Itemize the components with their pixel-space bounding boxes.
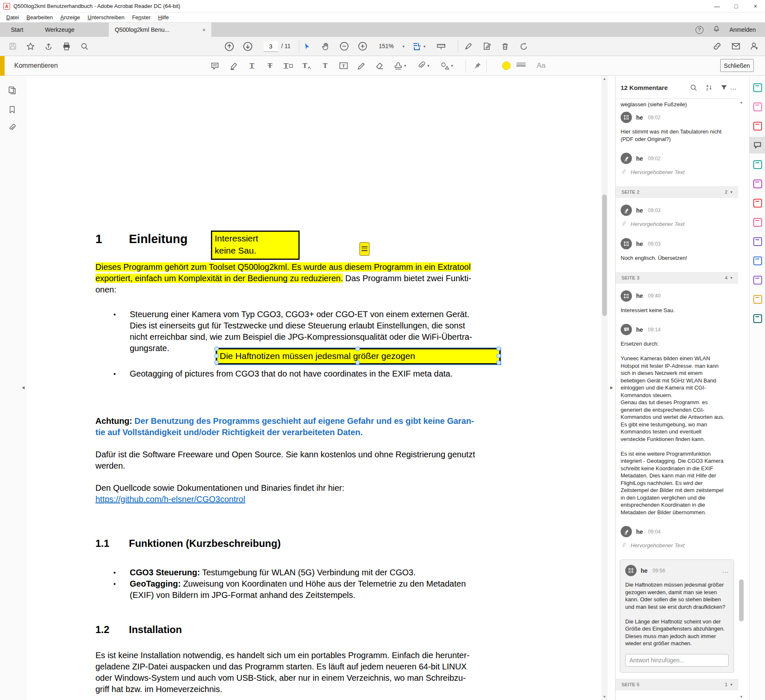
insert-text-icon[interactable]: T [300,59,314,73]
menu-unterschreiben[interactable]: Unterschreiben [84,13,128,21]
menu-datei[interactable]: Datei [3,13,23,21]
attach-file-icon[interactable]: ▾ [416,59,430,73]
selection-handle[interactable] [496,354,501,358]
undo-icon[interactable] [517,40,530,53]
selection-handle[interactable] [355,360,360,365]
tab-start[interactable]: Start [0,23,34,37]
options-ellipsis-icon[interactable]: … [729,83,737,92]
text-style-icon[interactable]: Aa [534,59,548,73]
underline-text-icon[interactable]: T [245,59,259,73]
zoom-level-label[interactable]: 151% [379,43,394,49]
protect-tool[interactable] [750,233,765,250]
sticky-note-annotation-icon[interactable] [359,242,370,256]
fill-sign-tool[interactable] [750,214,765,231]
bookmarks-icon[interactable] [7,104,18,115]
delete-trash-icon[interactable] [498,40,512,53]
scroll-up-icon[interactable]: ▲ [601,76,608,82]
selection-handle[interactable] [496,346,501,351]
close-comment-button[interactable]: Schließen [720,59,754,72]
drawing-shapes-icon[interactable]: ▾ [439,59,454,73]
compress-pdf-tool[interactable] [750,195,765,211]
doc-link[interactable]: https://github.com/h-elsner/CGO3control [95,495,245,504]
page-section-header[interactable]: SEITE 22▾ [616,186,738,198]
draw-pencil-icon[interactable] [354,59,368,73]
create-pdf-tool[interactable] [750,118,765,134]
strikethrough-text-icon[interactable]: T [263,59,277,73]
bell-icon[interactable] [713,25,720,34]
search-comments-icon[interactable] [689,83,698,92]
erase-icon[interactable] [372,59,387,73]
page-section-header[interactable]: SEITE 34▾ [616,272,738,284]
page-thumbnails-icon[interactable] [7,85,18,96]
print-icon[interactable] [60,40,73,53]
combine-files-tool[interactable] [750,156,765,173]
request-signatures-tool[interactable] [750,272,765,288]
edit-pdf-tool[interactable] [750,98,765,115]
link-share-icon[interactable] [710,40,724,53]
save-icon[interactable] [6,40,19,53]
sort-az-icon[interactable]: AZ [704,83,714,92]
selection-handle[interactable] [214,360,219,365]
sticky-note-icon[interactable] [208,59,222,73]
tab-close-icon[interactable]: × [203,27,206,33]
chevron-down-icon[interactable]: ▾ [730,190,732,194]
selection-handle[interactable] [355,346,360,351]
tab-document[interactable]: Q500log2kml Benu... × [109,23,211,37]
sign-in-link[interactable]: Anmelden [729,26,756,33]
stamp-tool[interactable] [750,291,765,308]
ruler-measure-icon[interactable] [434,40,448,53]
comments-scroll-down-icon[interactable]: ▼ [738,694,744,700]
stamp-icon[interactable]: ▾ [393,59,407,73]
annotation-textbox[interactable]: Interessiert keine Sau. [211,231,300,260]
minimize-button[interactable]: — [707,0,726,12]
comment-partial-text[interactable]: weglassen (siehe Fußzeile) [621,100,733,112]
attachments-icon[interactable] [7,123,18,133]
star-favorite-icon[interactable] [24,40,37,53]
select-tool-icon[interactable] [300,40,314,53]
scroll-down-icon[interactable]: ▼ [601,694,608,700]
document-scrollbar[interactable]: ▲ ▼ [601,76,608,700]
keep-tool-pin-icon[interactable] [470,59,485,73]
comment-item[interactable]: The09:40Interessiert keine Sau. [621,290,733,314]
comment-item[interactable]: he09:03Hervorgehobener Text [621,205,733,228]
menu-bearbeiten[interactable]: Bearbeiten [23,13,56,21]
page-section-header[interactable]: SEITE 51▾ [616,679,738,690]
find-icon[interactable] [78,40,91,53]
chevron-down-icon[interactable]: ▾ [730,682,732,687]
comment-item[interactable]: he09:04Hervorgehobener Text [621,526,733,549]
collapse-right-panel-icon[interactable]: ► [609,385,614,390]
selection-handle[interactable] [214,354,219,358]
comments-scroll-up-icon[interactable]: ▲ [738,99,744,105]
zoom-in-icon[interactable] [356,40,369,53]
zoom-out-icon[interactable] [337,40,351,53]
add-text-comment-icon[interactable]: T [318,59,332,73]
zoom-level-caret-icon[interactable]: ▾ [403,44,405,49]
filter-comments-icon[interactable] [719,83,729,92]
menu-anzeige[interactable]: Anzeige [56,13,84,21]
maximize-button[interactable]: □ [726,0,746,12]
email-icon[interactable] [729,40,742,53]
more-tools[interactable] [750,310,765,327]
comment-item[interactable]: he09:14Ersetzen durch: Yuneec Kameras bi… [621,324,733,516]
tab-werkzeuge[interactable]: Werkzeuge [34,23,86,37]
scan-ocr-tool[interactable] [750,252,765,269]
document-scroll-thumb[interactable] [602,195,607,316]
reply-input[interactable] [625,654,729,667]
help-icon[interactable]: ? [696,26,703,34]
menu-hilfe[interactable]: Hilfe [154,13,172,21]
comments-scrollbar[interactable]: ▲ ▼ [738,99,744,700]
fill-sign-icon[interactable] [480,40,493,53]
comment-item[interactable]: he09:02Hervorgehobener Text [621,153,733,176]
page-fit-icon[interactable] [410,40,424,53]
line-thickness-icon[interactable] [516,59,531,73]
collapse-left-panel-icon[interactable]: ◄ [21,385,26,390]
page-up-icon[interactable] [223,40,236,53]
annotation-textbox-selected[interactable]: Die Haftnotizen müssen jedesmal größer g… [216,348,501,364]
add-text-box-icon[interactable]: T [336,59,351,73]
selection-handle[interactable] [214,346,219,351]
comment-options-icon[interactable]: ... [722,567,729,574]
close-button[interactable]: × [746,0,765,12]
page-fit-caret-icon[interactable]: ▾ [424,44,426,49]
sign-pen-icon[interactable] [462,40,475,53]
comment-item[interactable]: The09:03Noch englisch. Übersetzen! [621,238,733,262]
